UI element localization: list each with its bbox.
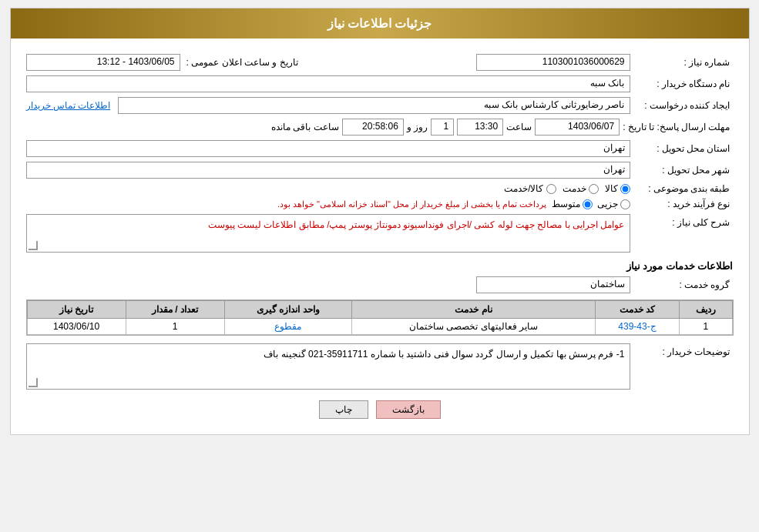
contact-link[interactable]: اطلاعات تماس خریدار: [26, 100, 111, 111]
page-header: جزئیات اطلاعات نیاز: [11, 8, 749, 38]
goroh-value: ساختمان: [476, 276, 630, 293]
saat-pasokh: 13:30: [457, 119, 503, 136]
rooz-value: 1: [431, 119, 454, 136]
tozihat-value: 1- فرم پرسش بها تکمیل و ارسال گردد سوال …: [26, 343, 630, 390]
cell-kod: ج-43-439: [595, 319, 679, 335]
col-tarikh: تاریخ نیاز: [27, 301, 126, 319]
sharh-value: عوامل اجرایی با مصالح جهت لوله کشی /اجرا…: [26, 214, 630, 253]
khadamat-section-title: اطلاعات خدمات مورد نیاز: [26, 260, 734, 272]
ostan-value: تهران: [26, 140, 630, 157]
ejad-konande-label: ایجاد کننده درخواست :: [633, 100, 734, 111]
shomare-niaz-label: شماره نیاز :: [633, 57, 734, 68]
cell-vahed: مقطوع: [224, 319, 352, 335]
radio-kala[interactable]: کالا: [605, 183, 630, 194]
col-vahed: واحد اندازه گیری: [224, 301, 352, 319]
shahr-value: تهران: [26, 162, 630, 179]
saat-baki-value: 20:58:06: [342, 119, 404, 136]
tabaqe-radio-group: کالا خدمت کالا/خدمت: [504, 183, 630, 194]
ostan-label: استان محل تحویل :: [633, 143, 734, 154]
cell-tedad: 1: [126, 319, 224, 335]
col-tedad: تعداد / مقدار: [126, 301, 224, 319]
sharh-label: شرح کلی نیاز :: [633, 214, 734, 228]
ejad-konande-value: ناصر رضایورثانی کارشناس بانک سبه: [118, 97, 630, 114]
tarikh-elan-value: 1403/06/05 - 13:12: [26, 54, 180, 71]
tarikh-pasokh: 1403/06/07: [535, 119, 620, 136]
col-nam: نام خدمت: [352, 301, 595, 319]
tarikh-elan-label: تاریخ و ساعت اعلان عمومی :: [183, 57, 301, 68]
noe-row: جزیی متوسط پرداخت تمام یا بخشی از مبلغ خ…: [277, 199, 630, 209]
services-table-container: ردیف کد خدمت نام خدمت واحد اندازه گیری ت…: [26, 299, 734, 336]
saat-label: ساعت: [506, 122, 532, 132]
radio-motavaset[interactable]: متوسط: [552, 199, 593, 209]
shahr-label: شهر محل تحویل :: [633, 165, 734, 176]
cell-tarikh: 1403/06/10: [27, 319, 126, 335]
radio-kala-khedmat[interactable]: کالا/خدمت: [504, 183, 556, 194]
cell-radif: 1: [680, 319, 732, 335]
goroh-label: گروه خدمت :: [633, 279, 734, 290]
rooz-label: روز و: [407, 122, 428, 132]
shomare-niaz-value: 1103001036000629: [476, 54, 630, 71]
noe-text: پرداخت تمام یا بخشی از مبلغ خریدار از مح…: [277, 199, 547, 209]
radio-khedmat[interactable]: خدمت: [563, 183, 599, 194]
mohlat-label: مهلت ارسال پاسخ: تا تاریخ :: [623, 122, 733, 132]
back-button[interactable]: بازگشت: [376, 400, 441, 419]
table-row: 1 ج-43-439 سایر فعالیتهای تخصصی ساختمان …: [27, 319, 732, 335]
noe-farayand-label: نوع فرآیند خرید :: [633, 199, 734, 209]
cell-nam: سایر فعالیتهای تخصصی ساختمان: [352, 319, 595, 335]
saat-baki-label: ساعت باقی مانده: [271, 122, 339, 132]
tozihat-label: توضیحات خریدار :: [633, 343, 734, 357]
print-button[interactable]: چاپ: [319, 400, 368, 419]
col-radif: ردیف: [680, 301, 732, 319]
col-kod: کد خدمت: [595, 301, 679, 319]
nam-dastgah-label: نام دستگاه خریدار :: [633, 79, 734, 89]
tabaqe-label: طبقه بندی موضوعی :: [633, 183, 734, 194]
bottom-buttons: بازگشت چاپ: [26, 400, 734, 419]
page-title: جزئیات اطلاعات نیاز: [327, 17, 432, 30]
services-table: ردیف کد خدمت نام خدمت واحد اندازه گیری ت…: [27, 300, 733, 335]
radio-jozi[interactable]: جزیی: [597, 199, 630, 209]
nam-dastgah-value: بانک سبه: [26, 75, 630, 92]
